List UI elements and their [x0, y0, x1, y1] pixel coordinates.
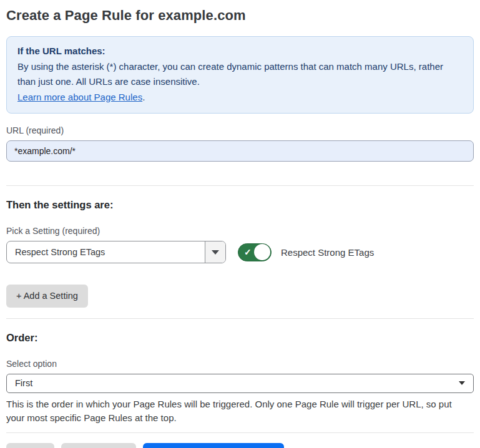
chevron-down-icon	[212, 250, 219, 255]
page-container: Create a Page Rule for example.com If th…	[0, 0, 480, 448]
link-period: .	[142, 92, 145, 102]
etags-toggle[interactable]: ✓	[238, 243, 272, 261]
order-select[interactable]: First	[6, 374, 474, 393]
url-field-label: URL (required)	[6, 125, 474, 135]
url-input[interactable]	[6, 140, 474, 162]
toggle-label: Respect Strong ETags	[281, 247, 374, 258]
footer-divider	[6, 432, 474, 433]
url-match-info-box: If the URL matches: By using the asteris…	[6, 36, 474, 114]
check-icon: ✓	[244, 248, 252, 256]
section-divider	[6, 185, 474, 186]
order-select-value: First	[15, 378, 459, 388]
order-help-text: This is the order in which your Page Rul…	[6, 397, 471, 425]
cancel-button[interactable]: Cancel	[6, 443, 54, 448]
learn-more-link[interactable]: Learn more about Page Rules	[17, 92, 142, 102]
settings-section-heading: Then the settings are:	[6, 199, 474, 211]
setting-select-arrow-button[interactable]	[205, 241, 225, 263]
section-divider	[6, 318, 474, 319]
order-section-heading: Order:	[6, 332, 474, 344]
setting-row: Respect Strong ETags ✓ Respect Strong ET…	[6, 241, 474, 263]
setting-select-value: Respect Strong ETags	[7, 241, 205, 263]
page-title: Create a Page Rule for example.com	[6, 7, 474, 24]
footer-buttons: Cancel Save as Draft Save and Deploy Pag…	[6, 443, 474, 448]
chevron-down-icon	[459, 381, 465, 385]
setting-picker-label: Pick a Setting (required)	[6, 226, 474, 236]
toggle-knob	[254, 244, 270, 260]
info-box-body: By using the asterisk (*) character, you…	[17, 61, 443, 87]
save-deploy-button[interactable]: Save and Deploy Page Rule	[143, 443, 284, 448]
order-select-label: Select option	[6, 359, 474, 369]
info-box-heading: If the URL matches:	[17, 44, 463, 59]
save-draft-button[interactable]: Save as Draft	[61, 443, 136, 448]
add-setting-button[interactable]: + Add a Setting	[6, 285, 88, 308]
setting-select[interactable]: Respect Strong ETags	[6, 241, 226, 263]
